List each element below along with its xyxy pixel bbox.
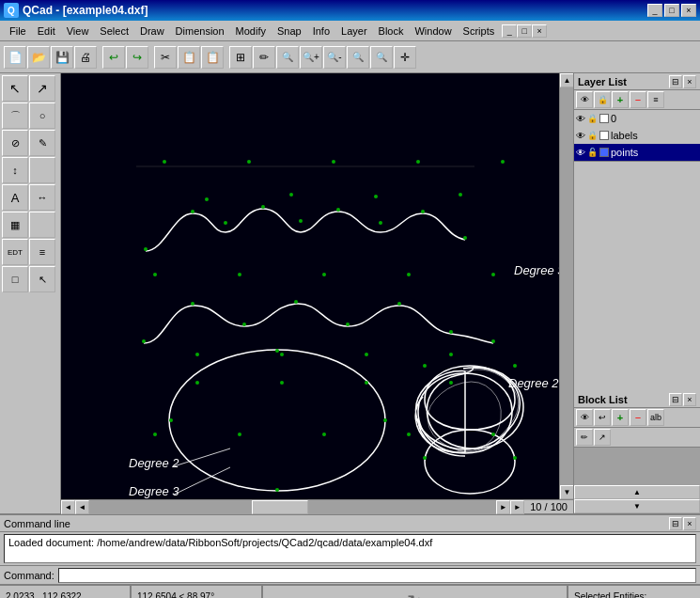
select-cross[interactable]: ↗ xyxy=(29,75,55,102)
layer-row-0[interactable]: 👁 🔒 0 xyxy=(574,110,700,127)
prev-viewport[interactable]: ◄ xyxy=(75,500,89,514)
mdi-minimize[interactable]: _ xyxy=(502,24,517,38)
status-empty: ↻ xyxy=(263,586,568,598)
hatch-tool[interactable]: ▦ xyxy=(2,212,28,238)
next-page-button[interactable]: ► xyxy=(496,500,510,514)
menu-layer[interactable]: Layer xyxy=(335,24,373,39)
print-button[interactable]: 🖨 xyxy=(74,46,97,69)
zoom-window[interactable]: 🔍 xyxy=(276,46,299,69)
circle-tool[interactable]: ○ xyxy=(29,102,55,129)
command-close[interactable]: × xyxy=(683,517,696,530)
scroll-track[interactable] xyxy=(560,87,573,485)
grid-button[interactable]: ⊞ xyxy=(229,46,252,69)
next-viewport[interactable]: ► xyxy=(496,500,510,514)
move-tool[interactable]: ↕ xyxy=(2,157,28,183)
menu-view[interactable]: View xyxy=(61,24,95,39)
menu-file[interactable]: File xyxy=(4,24,32,39)
hscroll-track[interactable] xyxy=(89,500,496,514)
command-undock[interactable]: ⊟ xyxy=(669,517,682,530)
menu-scripts[interactable]: Scripts xyxy=(458,24,501,39)
spline-tool[interactable]: ✎ xyxy=(29,130,55,156)
block-eye-button[interactable]: 👁 xyxy=(576,409,593,426)
command-input[interactable] xyxy=(58,568,696,583)
mdi-restore[interactable]: □ xyxy=(517,24,532,38)
zoom-in[interactable]: 🔍+ xyxy=(300,46,322,69)
mdi-close[interactable]: × xyxy=(532,24,547,38)
svg-point-9 xyxy=(163,160,166,164)
open-button[interactable]: 📂 xyxy=(27,46,50,69)
layer-lock-labels: 🔒 xyxy=(587,131,598,140)
svg-text:Degree 3: Degree 3 xyxy=(129,484,179,498)
line-tool[interactable]: ⊘ xyxy=(2,130,28,156)
hscroll-thumb[interactable] xyxy=(252,500,308,514)
layer-row-points[interactable]: 👁 🔓 points xyxy=(574,144,700,161)
new-button[interactable]: 📄 xyxy=(4,46,26,69)
block-edit-button[interactable]: ✏ xyxy=(576,429,593,446)
right-panel-vscroll-track[interactable] xyxy=(574,448,700,485)
menu-snap[interactable]: Snap xyxy=(272,24,307,39)
menu-block[interactable]: Block xyxy=(373,24,410,39)
block-alb-button[interactable]: alb xyxy=(647,409,664,426)
canvas-area: /* dots rendered below via JS */ xyxy=(61,73,573,513)
trim-tool[interactable]: ≡ xyxy=(29,239,55,265)
edit-tool[interactable]: EDT xyxy=(2,239,28,265)
layer-list-icon[interactable]: ≡ xyxy=(647,91,664,108)
save-button[interactable]: 💾 xyxy=(51,46,73,69)
right-panel-scroll-up[interactable]: ▲ xyxy=(574,485,700,499)
svg-point-33 xyxy=(365,353,368,356)
minimize-button[interactable]: _ xyxy=(647,4,662,17)
block-back-button[interactable]: ↩ xyxy=(594,409,611,426)
right-panel-scroll-down[interactable]: ▼ xyxy=(574,499,700,513)
layer-delete-button[interactable]: − xyxy=(630,91,646,108)
zoom-out[interactable]: 🔍- xyxy=(323,46,346,69)
layer-lock-button[interactable]: 🔒 xyxy=(594,91,611,108)
scroll-down-button[interactable]: ▼ xyxy=(560,485,574,499)
layer-close-button[interactable]: × xyxy=(683,75,696,88)
menu-draw[interactable]: Draw xyxy=(134,24,170,39)
scroll-left-button[interactable]: ◄ xyxy=(61,500,75,514)
close-button[interactable]: × xyxy=(681,4,696,17)
cut-button[interactable]: ✂ xyxy=(154,46,177,69)
drawing-canvas[interactable]: /* dots rendered below via JS */ xyxy=(61,73,559,499)
menu-edit[interactable]: Edit xyxy=(32,24,61,39)
layer-eye-button[interactable]: 👁 xyxy=(576,91,593,108)
svg-point-2 xyxy=(299,219,303,223)
menu-select[interactable]: Select xyxy=(94,24,134,39)
maximize-button[interactable]: □ xyxy=(664,4,679,17)
paste-button[interactable]: 📋 xyxy=(201,46,224,69)
menu-dimension[interactable]: Dimension xyxy=(170,24,230,39)
menu-window[interactable]: Window xyxy=(409,24,457,39)
command-title: Command line xyxy=(4,518,70,529)
layer-undock-button[interactable]: ⊟ xyxy=(669,75,682,88)
insert-tool[interactable] xyxy=(29,212,55,238)
block-close-button[interactable]: × xyxy=(683,393,696,406)
block-add-button[interactable]: + xyxy=(612,409,629,426)
vertical-scrollbar[interactable]: ▲ ▼ xyxy=(559,73,573,499)
menu-info[interactable]: Info xyxy=(307,24,335,39)
scroll-up-button[interactable]: ▲ xyxy=(560,73,574,87)
snap-tool[interactable]: ↖ xyxy=(29,266,55,292)
draw-button[interactable]: ✏ xyxy=(253,46,275,69)
select-tool[interactable]: ↖ xyxy=(2,75,28,102)
menu-modify[interactable]: Modify xyxy=(230,24,272,39)
undo-button[interactable]: ↩ xyxy=(102,46,125,69)
pan-button[interactable]: ✛ xyxy=(394,46,416,69)
zoom-fit[interactable]: 🔍 xyxy=(347,46,369,69)
block-insert-button[interactable]: ↗ xyxy=(594,429,611,446)
arc-tool[interactable]: ⌒ xyxy=(2,102,28,129)
redo-button[interactable]: ↪ xyxy=(126,46,148,69)
block-tool[interactable]: □ xyxy=(2,266,28,292)
block-delete-button[interactable]: − xyxy=(630,409,646,426)
scroll-right-button[interactable]: ► xyxy=(510,500,524,514)
status-angle1: 112.6504 < 88.97° xyxy=(137,591,256,598)
layer-row-labels[interactable]: 👁 🔒 labels xyxy=(574,127,700,144)
block-undock-button[interactable]: ⊟ xyxy=(669,393,682,406)
measure-tool[interactable]: ↔ xyxy=(29,184,55,211)
copy-button[interactable]: 📋 xyxy=(178,46,200,69)
layer-color-labels xyxy=(599,131,609,140)
layer-add-button[interactable]: + xyxy=(612,91,629,108)
layer-list-buttons: ⊟ × xyxy=(669,75,696,88)
text-tool[interactable]: A xyxy=(2,184,28,211)
zoom-prev[interactable]: 🔍 xyxy=(370,46,393,69)
prev-page-button[interactable]: ◄ xyxy=(75,500,89,514)
